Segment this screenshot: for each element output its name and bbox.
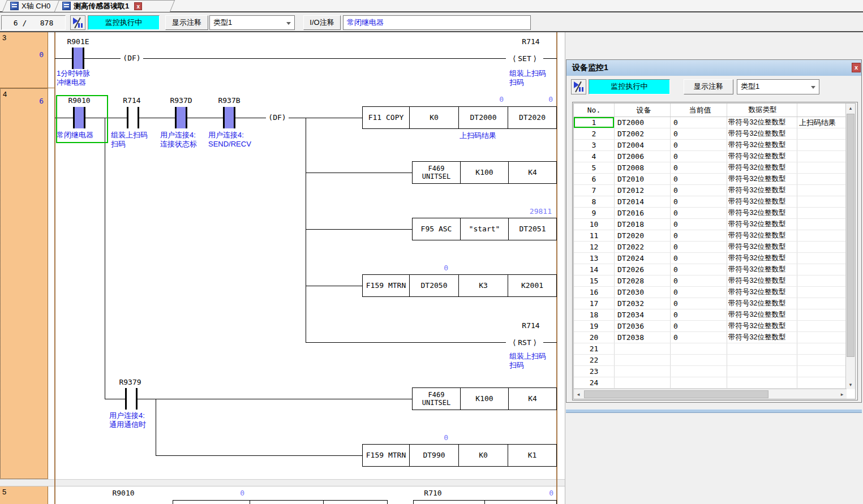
monitor-cell-dtype[interactable]: 带符号32位整数型: [727, 208, 797, 218]
rung-margin-4[interactable]: 4 6: [0, 88, 48, 479]
monitor-cell-dtype[interactable]: 带符号32位整数型: [727, 196, 797, 207]
monitor-cell-value[interactable]: 0: [670, 196, 727, 207]
monitor-cell-value[interactable]: 0: [670, 140, 727, 150]
monitor-cell-value[interactable]: [670, 366, 727, 377]
rung-margin-3[interactable]: 3 0: [0, 32, 48, 88]
block-cell[interactable]: DT2000: [458, 107, 508, 128]
monitor-cell-comment[interactable]: [797, 185, 845, 196]
monitor-cell-comment[interactable]: [797, 264, 845, 275]
monitor-cell-value[interactable]: 0: [670, 287, 727, 298]
monitor-cell-value[interactable]: 0: [670, 332, 727, 343]
block-cell[interactable]: F95 ASC: [413, 218, 460, 240]
monitor-cell-comment[interactable]: [797, 366, 845, 377]
monitor-cell-device[interactable]: DT2014: [614, 196, 670, 207]
monitor-cell-comment[interactable]: [797, 196, 845, 207]
block-cell[interactable]: K2001: [508, 275, 556, 296]
block-cell[interactable]: DT2020: [508, 107, 556, 128]
contact-closed-on[interactable]: [175, 107, 187, 128]
monitor-cell-no[interactable]: 9: [574, 208, 614, 218]
set-coil[interactable]: SET: [506, 53, 543, 63]
monitor-cell-no[interactable]: 23: [574, 366, 614, 377]
table-row[interactable]: 23: [574, 366, 855, 377]
monitor-cell-value[interactable]: 0: [670, 117, 727, 128]
instruction-block-partial[interactable]: [413, 500, 557, 504]
monitor-cell-no[interactable]: 3: [574, 140, 614, 150]
contact-open[interactable]: [125, 388, 138, 410]
monitor-cell-device[interactable]: [614, 355, 670, 365]
panel-title-bar[interactable]: 设备监控1 x: [566, 60, 861, 76]
monitor-cell-comment[interactable]: [797, 230, 845, 241]
monitor-cell-no[interactable]: 1: [574, 117, 614, 128]
table-row[interactable]: 2DT20020带符号32位整数型: [574, 128, 855, 140]
block-cell[interactable]: F159 MTRN: [363, 275, 409, 296]
monitor-cell-device[interactable]: DT2004: [614, 140, 670, 150]
vertical-scrollbar[interactable]: ▴ ▾: [845, 104, 855, 389]
block-cell[interactable]: DT2050: [409, 275, 458, 296]
contact-closed-on[interactable]: [223, 107, 235, 128]
monitor-cell-no[interactable]: 15: [574, 275, 614, 286]
monitor-cell-dtype[interactable]: 带符号32位整数型: [727, 230, 797, 241]
monitor-cell-value[interactable]: 0: [670, 275, 727, 286]
table-row[interactable]: 8DT20140带符号32位整数型: [574, 196, 855, 208]
contact-closed-on[interactable]: [72, 48, 84, 69]
column-header-comment[interactable]: [797, 104, 845, 117]
monitor-cell-dtype[interactable]: 带符号32位整数型: [727, 162, 797, 173]
monitor-cell-device[interactable]: DT2016: [614, 208, 670, 218]
block-cell[interactable]: "start": [460, 218, 508, 240]
scroll-up-icon[interactable]: ▴: [846, 104, 855, 113]
monitor-cell-dtype[interactable]: 带符号32位整数型: [727, 298, 797, 309]
instruction-block-f159-mtrn[interactable]: F159 MTRN DT2050 K3 K2001: [362, 274, 557, 297]
instruction-block-partial[interactable]: [173, 500, 388, 504]
scrollbar-thumb[interactable]: [584, 390, 768, 398]
block-cell[interactable]: K100: [460, 162, 508, 183]
block-cell[interactable]: F469 UNITSEL: [413, 388, 460, 410]
block-cell[interactable]: K0: [458, 445, 508, 466]
monitor-cell-no[interactable]: 2: [574, 128, 614, 139]
monitor-cell-no[interactable]: 8: [574, 196, 614, 207]
monitor-cell-no[interactable]: 18: [574, 309, 614, 320]
monitor-cell-dtype[interactable]: 带符号32位整数型: [727, 185, 797, 196]
monitor-cell-device[interactable]: DT2012: [614, 185, 670, 196]
monitor-cell-device[interactable]: DT2028: [614, 275, 670, 286]
column-header-value[interactable]: 当前值: [670, 104, 727, 117]
monitor-cell-dtype[interactable]: 带符号32位整数型: [727, 117, 797, 128]
instruction-block-f95-asc[interactable]: F95 ASC "start" DT2051: [412, 218, 557, 240]
monitor-cell-comment[interactable]: [797, 298, 845, 309]
table-row[interactable]: 19DT20360带符号32位整数型: [574, 321, 855, 332]
table-row[interactable]: 6DT20100带符号32位整数型: [574, 174, 855, 185]
comment-type-select[interactable]: 类型1: [209, 15, 295, 30]
block-cell[interactable]: K4: [508, 388, 556, 410]
contact-open[interactable]: [127, 107, 139, 128]
table-row[interactable]: 22: [574, 355, 855, 366]
monitor-cell-dtype[interactable]: 带符号32位整数型: [727, 332, 797, 343]
table-row[interactable]: 11DT20200带符号32位整数型: [574, 230, 855, 242]
monitor-cell-comment[interactable]: [797, 309, 845, 320]
show-comment-button[interactable]: 显示注释: [684, 79, 733, 94]
monitor-cell-device[interactable]: DT2024: [614, 253, 670, 264]
monitor-cell-value[interactable]: 0: [670, 230, 727, 241]
monitor-cell-dtype[interactable]: 带符号32位整数型: [727, 321, 797, 331]
table-row[interactable]: 9DT20160带符号32位整数型: [574, 208, 855, 219]
monitor-cell-dtype[interactable]: 带符号32位整数型: [727, 287, 797, 298]
io-comment-value-field[interactable]: 常闭继电器: [343, 15, 531, 30]
monitor-cell-device[interactable]: DT2002: [614, 128, 670, 139]
block-cell[interactable]: DT2051: [508, 218, 556, 240]
instruction-block-f159-mtrn[interactable]: F159 MTRN DT990 K0 K1: [362, 444, 557, 467]
monitor-cell-dtype[interactable]: 带符号32位整数型: [727, 253, 797, 264]
monitor-cell-value[interactable]: 0: [670, 208, 727, 218]
monitor-cell-no[interactable]: 7: [574, 185, 614, 196]
monitor-cell-no[interactable]: 19: [574, 321, 614, 331]
monitor-cell-no[interactable]: 4: [574, 151, 614, 162]
table-row[interactable]: 16DT20300带符号32位整数型: [574, 287, 855, 298]
monitor-cell-no[interactable]: 14: [574, 264, 614, 275]
table-row[interactable]: 21: [574, 343, 855, 355]
monitor-cell-comment[interactable]: [797, 174, 845, 184]
monitor-cell-dtype[interactable]: [727, 366, 797, 377]
table-row[interactable]: 5DT20080带符号32位整数型: [574, 162, 855, 174]
monitor-cell-no[interactable]: 10: [574, 219, 614, 230]
monitor-cell-comment[interactable]: [797, 242, 845, 252]
monitor-cell-device[interactable]: DT2008: [614, 162, 670, 173]
monitor-cell-comment[interactable]: 上扫码结果: [797, 117, 845, 128]
close-icon[interactable]: x: [134, 2, 142, 10]
monitor-cell-comment[interactable]: [797, 287, 845, 298]
